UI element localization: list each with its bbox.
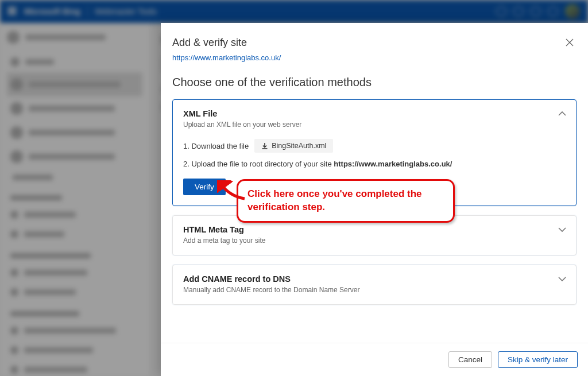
add-verify-site-modal: Add & verify site https://www.marketingl… [161,23,588,376]
chevron-down-icon [558,225,567,234]
step-label: 2. Upload the file to root directory of … [183,160,334,168]
download-auth-file-button[interactable]: BingSiteAuth.xml [254,139,333,153]
method-title: XML File [183,109,566,118]
method-subtitle: Manually add CNAME record to the Domain … [183,286,566,294]
chevron-down-icon [558,274,567,284]
verification-method-xml: XML File Upload an XML file on your web … [172,99,577,206]
accordion-toggle[interactable] [558,109,567,121]
upload-target-url: https://www.marketinglabs.co.uk/ [334,160,452,168]
site-url-link[interactable]: https://www.marketinglabs.co.uk/ [172,53,281,62]
modal-subtitle: Choose one of the verification methods [172,76,577,89]
step-upload: 2. Upload the file to root directory of … [183,160,566,168]
method-subtitle: Add a meta tag to your site [183,237,566,245]
step-label: 1. Download the file [183,142,249,150]
verification-method-cname: Add CNAME record to DNS Manually add CNA… [172,265,577,305]
chevron-up-icon [558,109,567,118]
download-icon [261,142,268,149]
cancel-button[interactable]: Cancel [448,351,492,368]
accordion-toggle[interactable] [558,274,567,286]
method-subtitle: Upload an XML file on your web server [183,121,566,129]
verify-button[interactable]: Verify [183,179,226,195]
skip-verify-later-button[interactable]: Skip & verify later [498,351,578,368]
close-button[interactable] [563,36,577,49]
method-title: HTML Meta Tag [183,225,566,234]
download-filename: BingSiteAuth.xml [272,142,326,150]
method-title: Add CNAME record to DNS [183,274,566,284]
close-icon [566,38,574,46]
modal-footer: Cancel Skip & verify later [161,343,588,376]
modal-title: Add & verify site [172,37,577,49]
verification-method-meta: HTML Meta Tag Add a meta tag to your sit… [172,215,577,255]
step-download: 1. Download the file BingSiteAuth.xml [183,139,566,153]
accordion-toggle[interactable] [558,225,567,237]
